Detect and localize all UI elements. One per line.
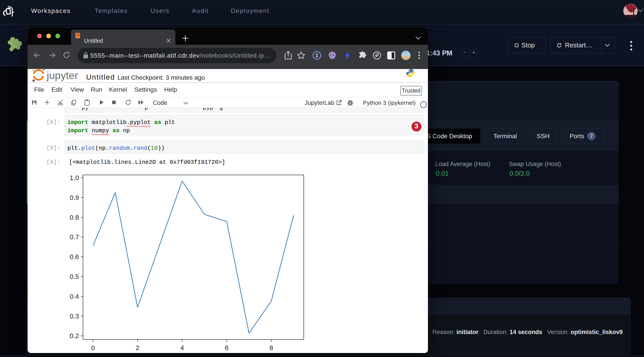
svg-text:1.0: 1.0 <box>70 174 79 182</box>
svg-text:0.3: 0.3 <box>70 312 79 320</box>
svg-text:4: 4 <box>180 344 184 351</box>
svg-text:6: 6 <box>225 344 228 351</box>
svg-text:0.5: 0.5 <box>70 273 79 280</box>
svg-text:0.9: 0.9 <box>70 194 79 201</box>
svg-text:0.8: 0.8 <box>70 214 79 221</box>
svg-text:8: 8 <box>270 344 273 351</box>
svg-text:0.6: 0.6 <box>70 253 79 260</box>
svg-text:2: 2 <box>136 344 140 351</box>
svg-text:0.2: 0.2 <box>70 332 79 340</box>
svg-text:0.7: 0.7 <box>70 233 79 240</box>
svg-text:0.4: 0.4 <box>70 293 79 300</box>
svg-text:0: 0 <box>91 344 95 351</box>
